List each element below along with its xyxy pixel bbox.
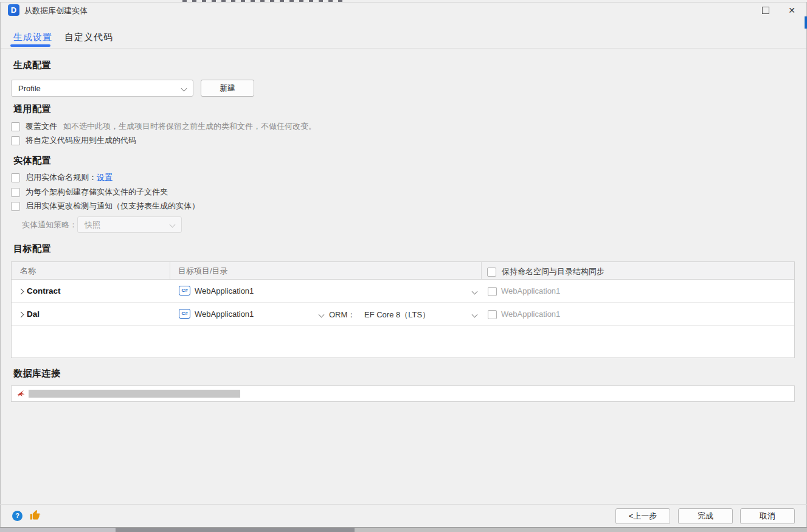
column-header-name: 名称 <box>20 266 36 277</box>
footer-divider <box>0 504 807 505</box>
schema-subfolder-label: 为每个架构创建存储实体文件的子文件夹 <box>26 187 168 198</box>
notify-strategy-label: 实体通知策略： <box>22 219 77 230</box>
target-project-select-value[interactable]: WebApplication1 <box>195 286 254 295</box>
orm-label: ORM： <box>329 309 355 320</box>
row-sync-checkbox[interactable] <box>488 310 497 319</box>
naming-rule-label: 启用实体命名规则： <box>26 172 97 183</box>
new-profile-button[interactable]: 新建 <box>201 80 254 97</box>
target-config-heading: 目标配置 <box>13 243 51 255</box>
expand-row-icon[interactable] <box>18 312 24 318</box>
change-detection-label: 启用实体更改检测与通知（仅支持表生成的实体） <box>26 201 199 212</box>
schema-subfolder-checkbox[interactable] <box>11 188 20 197</box>
tabs-divider <box>1 48 806 49</box>
previous-step-button[interactable]: <上一步 <box>615 508 670 524</box>
table-row-contract: Contract C# WebApplication1 WebApplicati… <box>12 280 794 303</box>
maximize-icon <box>762 7 769 14</box>
chevron-down-icon <box>181 85 187 91</box>
close-button[interactable]: ✕ <box>783 2 801 18</box>
chevron-down-icon <box>170 222 176 228</box>
overwrite-files-hint: 如不选中此项，生成项目时将保留之前生成的类和文件，不做任何改变。 <box>63 121 316 132</box>
target-table: 名称 目标项目/目录 保持命名空间与目录结构同步 Contract C# Web… <box>11 261 795 358</box>
create-entities-dialog: D 从数据库创建实体 ✕ 生成设置 自定义代码 生成配置 Profile 新建 … <box>0 0 807 532</box>
database-connection-heading: 数据库连接 <box>13 368 61 379</box>
cancel-button[interactable]: 取消 <box>740 508 795 524</box>
entity-config-heading: 实体配置 <box>13 155 51 167</box>
database-connection-bar <box>11 385 795 402</box>
general-config-heading: 通用配置 <box>13 103 51 115</box>
apply-custom-code-row: 将自定义代码应用到生成的代码 <box>11 135 136 146</box>
background-bottom-strip <box>116 528 355 532</box>
overwrite-files-checkbox[interactable] <box>11 122 20 131</box>
help-icon[interactable]: ? <box>12 511 23 521</box>
target-table-header: 名称 目标项目/目录 保持命名空间与目录结构同步 <box>12 262 794 280</box>
column-divider <box>481 262 482 279</box>
background-window-sliver <box>805 16 807 29</box>
overwrite-files-label: 覆盖文件 <box>26 121 57 132</box>
tab-generation-settings[interactable]: 生成设置 <box>13 32 52 43</box>
expand-row-icon[interactable] <box>18 289 24 295</box>
finish-button[interactable]: 完成 <box>678 508 733 524</box>
csharp-project-icon: C# <box>179 309 190 319</box>
app-logo-icon: D <box>8 4 19 16</box>
chevron-down-icon[interactable] <box>472 289 478 295</box>
change-detection-checkbox[interactable] <box>11 202 20 211</box>
target-project-select-value[interactable]: WebApplication1 <box>195 309 254 319</box>
database-icon <box>16 389 26 399</box>
notify-strategy-select: 快照 <box>77 216 182 233</box>
sync-namespace-header-label: 保持命名空间与目录结构同步 <box>502 266 604 277</box>
naming-rule-checkbox[interactable] <box>11 173 20 182</box>
tab-custom-code[interactable]: 自定义代码 <box>64 32 113 43</box>
background-bottom-strip <box>0 528 116 532</box>
column-divider <box>170 262 170 279</box>
chevron-down-icon[interactable] <box>472 312 478 318</box>
column-header-project: 目标项目/目录 <box>178 266 228 277</box>
generation-config-heading: 生成配置 <box>13 60 51 71</box>
background-bottom-strip <box>355 528 807 532</box>
orm-select-value[interactable]: EF Core 8（LTS） <box>364 309 430 320</box>
connection-string-redacted <box>29 390 240 398</box>
row-name: Contract <box>27 286 61 295</box>
window-title: 从数据库创建实体 <box>24 5 88 16</box>
active-tab-indicator <box>10 44 50 47</box>
row-sync-project: WebApplication1 <box>501 286 560 295</box>
profile-select[interactable]: Profile <box>11 80 193 97</box>
row-name: Dal <box>27 309 40 319</box>
chevron-down-icon[interactable] <box>319 312 325 318</box>
change-detection-row: 启用实体更改检测与通知（仅支持表生成的实体） <box>11 201 199 212</box>
naming-rule-row: 启用实体命名规则： 设置 <box>11 172 113 183</box>
maximize-button[interactable] <box>757 3 775 18</box>
column-header-sync: 保持命名空间与目录结构同步 <box>487 266 604 277</box>
thumbs-up-icon[interactable] <box>29 509 41 521</box>
table-row-dal: Dal C# WebApplication1 ORM： EF Core 8（LT… <box>12 303 794 326</box>
notify-strategy-value: 快照 <box>85 219 170 230</box>
naming-rule-settings-link[interactable]: 设置 <box>97 172 113 183</box>
apply-custom-code-label: 将自定义代码应用到生成的代码 <box>26 135 136 146</box>
row-sync-checkbox[interactable] <box>488 287 497 296</box>
profile-select-value: Profile <box>18 84 182 93</box>
apply-custom-code-checkbox[interactable] <box>11 136 20 145</box>
row-sync-project: WebApplication1 <box>501 309 560 319</box>
schema-subfolder-row: 为每个架构创建存储实体文件的子文件夹 <box>11 187 168 198</box>
sync-namespace-header-checkbox[interactable] <box>487 268 496 277</box>
overwrite-files-row: 覆盖文件 如不选中此项，生成项目时将保留之前生成的类和文件，不做任何改变。 <box>11 121 316 132</box>
csharp-project-icon: C# <box>179 286 190 295</box>
